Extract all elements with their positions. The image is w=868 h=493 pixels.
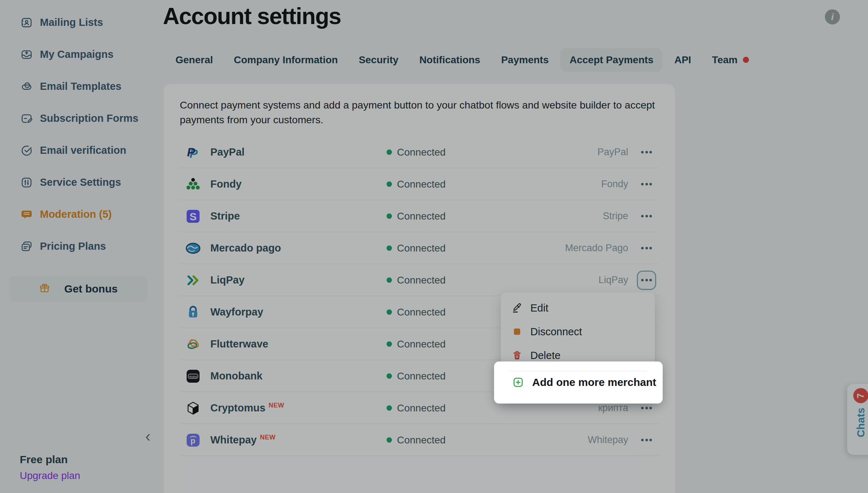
spotlight: Add one more merchant [494,361,663,404]
dim-overlay [0,0,868,493]
plus-square-icon [512,376,524,388]
menu-item-label: Add one more merchant [532,376,656,388]
menu-item-add-one-more-merchant[interactable]: Add one more merchant [512,376,663,388]
menu-divider [509,371,647,371]
